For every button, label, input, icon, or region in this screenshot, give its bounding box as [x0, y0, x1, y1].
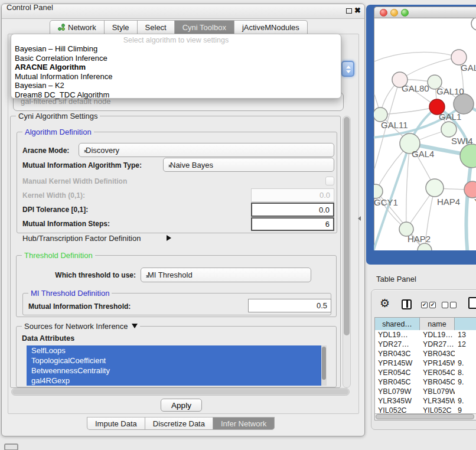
network-node[interactable] — [471, 18, 476, 30]
table-doc-icon[interactable] — [468, 297, 476, 309]
aracne-mode-combo[interactable]: Discovery — [79, 143, 334, 157]
dpi-tolerance-field[interactable]: 0.0 — [251, 203, 334, 217]
dropdown-item[interactable]: Bayesian – K2 — [11, 81, 341, 90]
combo-value: MI Threshold — [148, 270, 193, 279]
node-label: GAL80 — [402, 83, 429, 93]
table-cell: YDR27… — [420, 340, 455, 349]
mi-algorithm-type-combo[interactable]: Naive Bayes — [163, 158, 334, 172]
table-cell: YDL19… — [420, 330, 455, 340]
table-cell: YPR145W — [375, 358, 420, 368]
deselect-all-icon[interactable] — [442, 302, 448, 308]
tab-style[interactable]: Style — [105, 20, 138, 34]
dpi-tolerance-label: DPI Tolerance [0,1]: — [22, 206, 88, 214]
node-label: GAL10 — [436, 86, 464, 96]
table-row[interactable]: YDR27…YDR27…12 — [375, 340, 476, 349]
mi-steps-field[interactable]: 6 — [251, 217, 334, 231]
list-item[interactable]: BetweennessCentrality — [27, 366, 327, 376]
data-attributes-list[interactable]: SelfLoopsTopologicalCoefficientBetweenne… — [27, 345, 327, 386]
tab-label: Network — [68, 23, 96, 32]
table-row[interactable]: YPR145WYPR145W9. — [375, 358, 476, 368]
network-graph: GALGAL80GAL10GAL1GAL11SWI4GAL4GCY1HAP4YH… — [374, 18, 476, 250]
dropdown-placeholder: Select algorithm to view settings — [11, 36, 341, 44]
deselect-all-icon[interactable] — [450, 302, 457, 308]
table-panel-title: Table Panel — [376, 275, 416, 283]
tab-discretize-data[interactable]: Discretize Data — [145, 417, 213, 430]
settings-horizontal-scrollbar-thumb[interactable] — [12, 389, 348, 394]
list-scrollbar-thumb[interactable] — [322, 347, 326, 380]
table-cell: YLR345W — [375, 396, 420, 406]
control-panel-titlebar — [2, 4, 364, 19]
tab-network[interactable]: Network — [50, 20, 105, 34]
network-node[interactable] — [460, 144, 476, 168]
select-all-icon[interactable]: ✔ — [421, 302, 428, 308]
table-body: YDL19…YDL19…13YDR27…YDR27…12YBR043CYBR04… — [375, 330, 476, 415]
dropdown-item[interactable]: Basic Correlation Inference — [11, 54, 341, 63]
table-row[interactable]: YBR045CYBR045C9. — [375, 377, 476, 387]
table-cell: YBL079W — [375, 387, 420, 396]
gear-icon[interactable]: ⚙ — [380, 297, 390, 310]
mac-minimize-icon[interactable] — [390, 9, 398, 17]
node-table: shared…name YDL19…YDL19…13YDR27…YDR27…12… — [374, 317, 476, 420]
mac-zoom-icon[interactable] — [401, 9, 409, 17]
kernel-width-field: 0.0 — [251, 188, 334, 202]
which-threshold-combo[interactable]: MI Threshold — [141, 268, 311, 282]
table-row[interactable]: YBL079WYBL079W — [375, 387, 476, 396]
dropdown-item[interactable]: Bayesian – Hill Climbing — [11, 44, 341, 54]
column-header[interactable]: name — [420, 318, 455, 330]
sources-section-toggle[interactable]: Sources for Network Inference — [22, 322, 140, 331]
apply-button[interactable]: Apply — [161, 399, 202, 412]
network-window-titlebar[interactable] — [374, 6, 476, 18]
dropdown-item[interactable]: Dream8 DC_TDC Algorithm — [11, 90, 341, 100]
column-header[interactable]: shared… — [375, 318, 420, 330]
expand-right-icon[interactable] — [167, 235, 171, 241]
collapse-down-icon — [132, 324, 138, 328]
table-cell: 13 — [455, 330, 476, 340]
close-icon[interactable]: ✖ — [354, 6, 361, 15]
table-row[interactable]: YER054CYER054C8. — [375, 368, 476, 377]
table-cell: YPR145W — [420, 358, 455, 368]
group-title: Threshold Definition — [22, 251, 95, 260]
minimized-panel-icon[interactable] — [4, 444, 18, 450]
column-layout-icon[interactable] — [402, 299, 412, 309]
network-node-swi4[interactable] — [441, 122, 457, 137]
table-row[interactable]: YLR345WYLR345W9. — [375, 396, 476, 406]
table-row[interactable]: YBR043CYBR043C — [375, 349, 476, 358]
select-all-icon[interactable]: ✔ — [429, 302, 436, 308]
mac-close-icon[interactable] — [380, 9, 387, 17]
dropdown-item[interactable]: ARACNE Algorithm — [11, 63, 341, 72]
network-node-gcy1[interactable] — [374, 184, 383, 198]
node-label: GAL — [461, 63, 476, 73]
list-item[interactable]: TopologicalCoefficient — [27, 356, 327, 366]
table-cell: YBR045C — [375, 377, 420, 387]
settings-vertical-scrollbar-thumb[interactable] — [344, 117, 350, 335]
dropdown-item[interactable]: Mutual Information Inference — [11, 72, 341, 81]
splitter-collapse-icon[interactable] — [358, 216, 361, 221]
list-item[interactable]: SelfLoops — [27, 345, 327, 356]
tab-select[interactable]: Select — [138, 20, 175, 34]
column-header[interactable] — [455, 318, 476, 330]
network-node-y[interactable] — [464, 181, 476, 198]
tab-jactivemnodules[interactable]: jActiveMNodules — [234, 20, 308, 34]
manual-kernel-width-label: Manual Kernel Width Definition — [22, 177, 127, 185]
table-horizontal-scrollbar-thumb[interactable] — [376, 414, 474, 419]
node-label: GAL4 — [412, 149, 434, 159]
table-cell: YBR045C — [420, 377, 455, 387]
table-cell: YDR27… — [375, 340, 420, 349]
list-item[interactable]: gal4RGexp — [27, 376, 327, 386]
tab-label: jActiveMNodules — [242, 23, 299, 32]
float-window-icon[interactable] — [346, 8, 352, 14]
mi-algorithm-type-label: Mutual Information Algorithm Type: — [22, 161, 142, 169]
tab-infer-network[interactable]: Infer Network — [213, 417, 275, 430]
algorithm-combo-stepper[interactable] — [341, 61, 354, 77]
tab-cyni-toolbox[interactable]: Cyni Toolbox — [175, 20, 234, 34]
table-row[interactable]: YDL19…YDL19…13 — [375, 330, 476, 340]
manual-kernel-width-checkbox — [325, 177, 334, 185]
tab-impute-data[interactable]: Impute Data — [87, 417, 145, 430]
network-node[interactable] — [454, 94, 474, 114]
tab-label: Select — [145, 23, 167, 32]
table-cell: YBR043C — [420, 349, 455, 358]
hub-transcription-section-toggle[interactable]: Hub/Transcription Factor Definition — [22, 234, 141, 243]
mi-threshold-field[interactable]: 0.5 — [248, 299, 331, 312]
network-node-hap4[interactable] — [426, 179, 444, 197]
table-cell: YBL079W — [420, 387, 455, 396]
